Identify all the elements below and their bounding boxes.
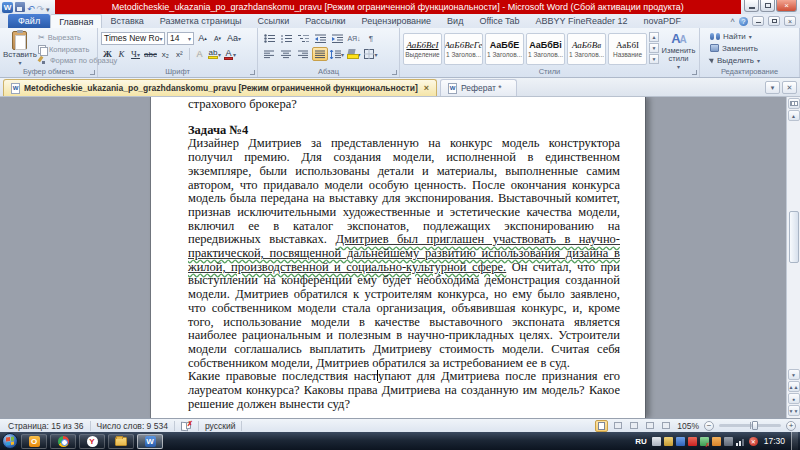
vertical-scrollbar[interactable]: ▲ ▼ ▲▲ ● ▼▼ — [786, 97, 800, 418]
doc-restore-button[interactable] — [768, 16, 780, 26]
clock[interactable]: 17:30 — [761, 436, 788, 446]
align-left-button[interactable] — [261, 47, 277, 61]
close-all-tabs-icon[interactable]: ✕ — [782, 81, 797, 94]
doc-tab-referat[interactable]: Реферат * — [440, 79, 517, 96]
gallery-up-icon[interactable]: ▲ — [649, 32, 659, 42]
dialog-launcher-icon[interactable] — [692, 70, 697, 75]
justify-button[interactable] — [312, 47, 328, 61]
show-desktop-button[interactable] — [791, 432, 798, 450]
network-icon[interactable] — [736, 437, 746, 446]
increase-indent-button[interactable] — [329, 31, 345, 45]
antivirus-icon[interactable] — [688, 437, 697, 446]
find-button[interactable]: Найти ▾ — [708, 30, 796, 42]
zoom-slider-thumb[interactable] — [752, 421, 758, 430]
tab-novapdf[interactable]: novaPDF — [636, 14, 690, 28]
italic-button[interactable]: К — [115, 48, 128, 61]
language-switcher[interactable]: RU — [633, 437, 649, 446]
taskbar-outlook-button[interactable]: O — [21, 434, 47, 449]
tab-home[interactable]: Главная — [50, 14, 102, 28]
strikethrough-button[interactable]: abc — [143, 48, 158, 61]
previous-page-icon[interactable]: ▲▲ — [788, 381, 800, 392]
style-chip-heading[interactable]: АаБбВеГе 1 Заголов... — [444, 33, 483, 65]
dialog-launcher-icon[interactable] — [392, 70, 397, 75]
tab-abbyy-finereader[interactable]: ABBYY FineReader 12 — [528, 14, 636, 28]
bullets-button[interactable] — [261, 31, 277, 45]
doc-close-button[interactable]: × — [784, 16, 796, 26]
web-layout-view-button[interactable] — [627, 420, 640, 432]
gallery-more-icon[interactable]: ▼ — [649, 54, 659, 64]
fullscreen-reading-view-button[interactable] — [611, 420, 624, 432]
line-spacing-button[interactable]: ▾ — [329, 47, 345, 61]
tab-references[interactable]: Ссылки — [250, 14, 298, 28]
help-icon[interactable]: ? — [739, 17, 748, 26]
font-size-combo[interactable]: 14▾ — [167, 32, 194, 45]
zoom-level[interactable]: 105% — [677, 421, 699, 431]
style-chip-heading[interactable]: АаБбВв 1 Заголов... — [567, 33, 606, 65]
tab-list-dropdown-icon[interactable]: ▾ — [765, 81, 780, 94]
doc-minimize-button[interactable] — [752, 16, 764, 26]
document-page[interactable]: страхового брокера? Задача №4 Дизайнер Д… — [150, 97, 646, 418]
grow-font-button[interactable]: А▴ — [196, 32, 209, 45]
draft-view-button[interactable] — [659, 420, 672, 432]
taskbar-yandex-button[interactable]: Y — [79, 434, 105, 449]
word-logo-icon[interactable] — [2, 2, 13, 13]
tab-office-tab[interactable]: Office Tab — [471, 14, 527, 28]
style-chip-heading[interactable]: АаБбВі 1 Заголов... — [526, 33, 565, 65]
close-tab-icon[interactable]: × — [424, 83, 429, 93]
text-effects-button[interactable]: А — [193, 48, 206, 61]
zoom-slider[interactable] — [719, 424, 781, 427]
page-indicator[interactable]: Страница: 15 из 36 — [2, 421, 91, 431]
scroll-up-icon[interactable]: ▲ — [788, 110, 800, 121]
style-chip-heading[interactable]: АаБбЕ 1 Заголов... — [485, 33, 524, 65]
zoom-in-icon[interactable]: + — [786, 421, 796, 431]
start-button[interactable] — [2, 433, 18, 449]
replace-button[interactable]: Заменить — [708, 42, 796, 54]
pilcrow-button[interactable]: ¶ — [363, 31, 379, 45]
multilevel-list-button[interactable] — [295, 31, 311, 45]
proofing-status[interactable] — [175, 421, 199, 431]
align-center-button[interactable] — [278, 47, 294, 61]
taskbar-word-button[interactable]: W — [137, 434, 163, 449]
volume-muted-icon[interactable]: ✕ — [749, 437, 758, 446]
select-button[interactable]: Выделить ▾ — [708, 54, 796, 66]
tray-app-blue-icon[interactable] — [676, 437, 685, 446]
ruler-toggle-button[interactable] — [788, 98, 800, 109]
scrollbar-track[interactable] — [788, 122, 800, 369]
dialog-launcher-icon[interactable] — [90, 70, 95, 75]
align-right-button[interactable] — [295, 47, 311, 61]
font-color-button[interactable]: А▾ — [223, 48, 237, 61]
change-case-button[interactable]: Аа▾ — [226, 32, 242, 45]
shading-button[interactable]: ▾ — [346, 47, 362, 61]
taskbar-explorer-button[interactable] — [108, 434, 134, 449]
shrink-font-button[interactable]: А▾ — [211, 32, 224, 45]
style-chip-vydelenie[interactable]: АаБбВеІ Выделение — [403, 33, 442, 65]
action-center-flag-icon[interactable] — [700, 437, 709, 446]
word-count[interactable]: Число слов: 9 534 — [91, 421, 175, 431]
font-name-combo[interactable]: Times New Ro▾ — [101, 32, 165, 45]
tab-page-layout[interactable]: Разметка страницы — [152, 14, 250, 28]
outline-view-button[interactable] — [643, 420, 656, 432]
style-chip-title[interactable]: АаБбІ Название — [608, 33, 647, 65]
close-button[interactable]: × — [776, 0, 797, 12]
zoom-out-icon[interactable]: − — [704, 421, 714, 431]
language-indicator[interactable]: русский — [199, 421, 243, 431]
highlight-button[interactable]: ab▾ — [207, 48, 222, 61]
dialog-launcher-icon[interactable] — [250, 70, 255, 75]
decrease-indent-button[interactable] — [312, 31, 328, 45]
tab-mailings[interactable]: Рассылки — [297, 14, 353, 28]
tray-app-orange-icon[interactable] — [712, 437, 721, 446]
collapse-ribbon-icon[interactable]: ˄ — [730, 16, 735, 26]
maximize-button[interactable] — [760, 0, 775, 12]
subscript-button[interactable]: x₂ — [159, 48, 172, 61]
sort-button[interactable]: АЯ↓ — [346, 31, 362, 45]
doc-tab-active[interactable]: Metodicheskie_ukazania_po_grazhdanskomu_… — [3, 79, 437, 96]
underline-button[interactable]: Ч▾ — [129, 48, 142, 61]
tray-app-gray-icon[interactable] — [724, 437, 733, 446]
change-styles-button[interactable]: АА Изменить стили ▾ — [661, 30, 696, 66]
save-icon[interactable] — [15, 2, 25, 12]
next-page-icon[interactable]: ▼▼ — [788, 405, 800, 416]
tab-review[interactable]: Рецензирование — [354, 14, 440, 28]
numbering-button[interactable] — [278, 31, 294, 45]
gallery-down-icon[interactable]: ▼ — [649, 43, 659, 53]
key-icon[interactable] — [664, 437, 673, 446]
